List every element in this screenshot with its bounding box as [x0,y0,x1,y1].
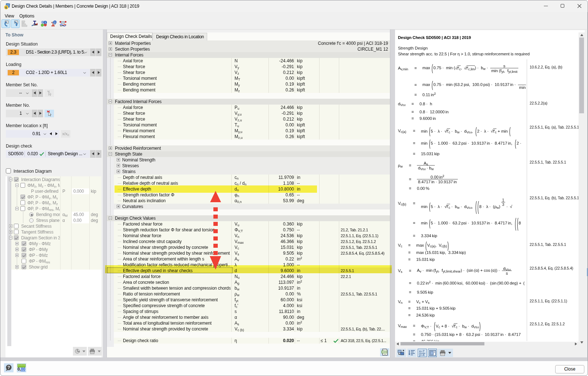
svg-text:i: i [45,21,46,24]
svg-text:i: i [54,20,55,24]
svg-text:?: ? [7,365,10,370]
svg-text:6: 6 [5,5,7,9]
